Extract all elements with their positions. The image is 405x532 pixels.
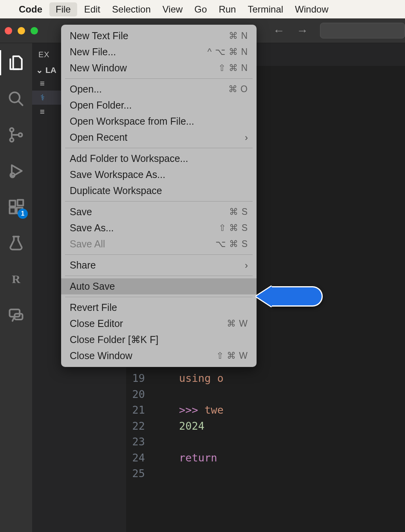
r-session-activity-icon[interactable]: R <box>7 271 25 288</box>
nav-forward-icon[interactable]: → <box>297 24 308 37</box>
file-menu-item-label: Open Folder... <box>70 100 132 111</box>
file-icon: ≡ <box>38 107 47 116</box>
file-menu-item-shortcut: ⌘ W <box>227 318 248 329</box>
run-debug-activity-icon[interactable] <box>7 162 25 180</box>
file-menu-item-label: Save All <box>70 238 105 250</box>
chevron-down-icon: ⌄ <box>36 65 43 75</box>
svg-rect-5 <box>10 201 16 207</box>
chevron-right-icon: › <box>245 132 248 143</box>
extensions-badge: 1 <box>18 209 28 219</box>
file-menu-item-label: Save Workspace As... <box>70 169 165 180</box>
file-menu-item-label: New Window <box>70 62 127 74</box>
file-menu-item-shortcut: ⌥ ⌘ S <box>215 239 248 249</box>
mac-menu-bar: Code File Edit Selection View Go Run Ter… <box>0 0 405 18</box>
app-menu-name[interactable]: Code <box>19 4 42 15</box>
file-menu-item-label: Auto Save <box>70 281 115 292</box>
menu-separator <box>65 78 253 79</box>
file-menu-item-label: Close Editor <box>70 318 123 329</box>
file-menu-dropdown: New Text File⌘ NNew File...^ ⌥ ⌘ NNew Wi… <box>61 25 257 367</box>
file-menu-item[interactable]: Save Workspace As... <box>61 167 257 183</box>
file-menu-item[interactable]: New Window⇧ ⌘ N <box>61 60 257 76</box>
file-menu-item-label: Close Window <box>70 350 132 361</box>
file-menu-item[interactable]: Save As...⇧ ⌘ S <box>61 220 257 236</box>
file-menu-item-shortcut: ⇧ ⌘ S <box>219 223 248 233</box>
file-menu-item-label: New File... <box>70 46 116 58</box>
file-menu-item-label: Duplicate Workspace <box>70 185 162 196</box>
file-menu-item-label: Add Folder to Workspace... <box>70 153 188 164</box>
file-menu-item-label: Revert File <box>70 302 117 313</box>
menu-separator <box>65 201 253 202</box>
file-menu-item[interactable]: Save⌘ S <box>61 204 257 220</box>
explorer-activity-icon[interactable] <box>7 54 25 71</box>
file-menu-item[interactable]: New File...^ ⌥ ⌘ N <box>61 44 257 60</box>
file-menu-item-label: Share <box>70 260 96 271</box>
svg-rect-6 <box>10 208 16 214</box>
file-menu-item-shortcut: ⇧ ⌘ N <box>218 63 248 73</box>
file-icon: ≡ <box>38 79 47 88</box>
file-menu-item[interactable]: Open...⌘ O <box>61 81 257 97</box>
mac-menu-window[interactable]: Window <box>295 4 328 15</box>
window-close-button[interactable] <box>5 27 12 34</box>
file-menu-item[interactable]: Close Folder [⌘K F] <box>61 332 257 348</box>
file-menu-item-shortcut: ⌘ S <box>229 207 248 217</box>
file-menu-item-shortcut: ⌘ O <box>228 84 248 94</box>
file-menu-item[interactable]: Auto Save <box>61 278 257 294</box>
file-menu-item[interactable]: New Text File⌘ N <box>61 28 257 44</box>
mac-menu-go[interactable]: Go <box>194 4 207 15</box>
svg-rect-8 <box>18 200 24 206</box>
command-center-search[interactable] <box>320 23 405 38</box>
python-file-icon: ⚕ <box>38 93 47 102</box>
chevron-right-icon: › <box>245 260 248 271</box>
file-menu-item-label: New Text File <box>70 30 128 42</box>
file-menu-item[interactable]: Open Folder... <box>61 97 257 113</box>
mac-menu-view[interactable]: View <box>163 4 183 15</box>
annotation-callout-arrow <box>256 286 323 307</box>
file-menu-item-label: Open Recent <box>70 132 127 143</box>
window-zoom-button[interactable] <box>31 27 38 34</box>
mac-menu-file[interactable]: File <box>49 2 77 16</box>
file-menu-item-label: Open Workspace from File... <box>70 116 194 127</box>
file-menu-item[interactable]: Duplicate Workspace <box>61 183 257 199</box>
search-activity-icon[interactable] <box>7 90 25 107</box>
feedback-activity-icon[interactable] <box>7 307 25 324</box>
menu-separator <box>65 276 253 276</box>
svg-point-3 <box>18 133 22 136</box>
file-menu-item[interactable]: Close Editor⌘ W <box>61 316 257 332</box>
explorer-folder-name: LA <box>45 65 56 75</box>
nav-back-icon[interactable]: ← <box>273 24 285 37</box>
menu-separator <box>65 254 253 255</box>
menu-separator <box>65 297 253 297</box>
file-menu-item-shortcut: ⇧ ⌘ W <box>216 350 248 361</box>
file-menu-item-shortcut: ⌘ N <box>229 31 248 41</box>
file-menu-item-shortcut: ^ ⌥ ⌘ N <box>207 47 248 57</box>
extensions-activity-icon[interactable]: 1 <box>7 198 25 216</box>
window-minimize-button[interactable] <box>18 27 25 34</box>
file-menu-item-label: Close Folder [⌘K F] <box>70 334 158 345</box>
window-controls <box>5 27 38 34</box>
file-menu-item: Save All⌥ ⌘ S <box>61 236 257 252</box>
file-menu-item-label: Save <box>70 206 92 218</box>
mac-menu-edit[interactable]: Edit <box>84 4 100 15</box>
file-menu-item[interactable]: Share› <box>61 257 257 273</box>
file-menu-item-label: Save As... <box>70 222 114 234</box>
mac-menu-selection[interactable]: Selection <box>112 4 151 15</box>
file-menu-item-label: Open... <box>70 84 102 95</box>
mac-menu-run[interactable]: Run <box>219 4 236 15</box>
source-control-activity-icon[interactable] <box>7 126 25 143</box>
testing-activity-icon[interactable] <box>7 234 25 252</box>
activity-bar: 1 R <box>0 43 32 532</box>
file-menu-item[interactable]: Open Workspace from File... <box>61 113 257 129</box>
file-menu-item[interactable]: Add Folder to Workspace... <box>61 151 257 167</box>
menu-separator <box>65 148 253 148</box>
file-menu-item[interactable]: Revert File <box>61 300 257 316</box>
file-menu-item[interactable]: Open Recent› <box>61 129 257 145</box>
mac-menu-terminal[interactable]: Terminal <box>248 4 283 15</box>
file-menu-item[interactable]: Close Window⇧ ⌘ W <box>61 348 257 364</box>
